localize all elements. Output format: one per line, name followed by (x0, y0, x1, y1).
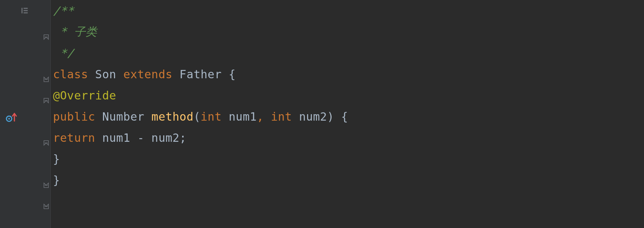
param-name: num1 (222, 110, 257, 123)
super-class-name: Father { (173, 68, 236, 81)
fold-end-icon[interactable] (43, 177, 49, 183)
code-line[interactable]: * 子类 (53, 21, 644, 42)
override-method-icon[interactable] (5, 106, 19, 127)
code-line[interactable]: /** (53, 0, 644, 21)
code-content[interactable]: /** * 子类 */ class Son extends Father { @… (51, 0, 644, 228)
javadoc-start: /** (53, 4, 74, 17)
code-line[interactable]: } (53, 169, 644, 191)
fold-collapse-icon[interactable] (43, 113, 49, 119)
return-expression: num1 - num2; (95, 131, 186, 144)
code-line[interactable]: public Number method(int num1, int num2)… (53, 106, 644, 127)
code-line[interactable]: return num1 - num2; (53, 127, 644, 148)
svg-rect-0 (22, 8, 23, 14)
paren-open: ( (193, 110, 201, 123)
code-line[interactable]: */ (53, 42, 644, 64)
gutter (0, 0, 42, 228)
keyword-extends: extends (123, 68, 173, 81)
bookmark-icon (20, 0, 32, 21)
svg-rect-2 (23, 10, 28, 11)
svg-rect-3 (23, 12, 28, 14)
svg-rect-1 (23, 8, 28, 9)
keyword-int: int (201, 110, 222, 123)
svg-point-5 (8, 118, 10, 119)
param-and-brace: num2) { (292, 110, 348, 123)
code-line[interactable]: } (53, 148, 644, 169)
comma: , (257, 110, 271, 123)
keyword-int: int (271, 110, 292, 123)
return-type: Number (95, 110, 151, 123)
fold-column (42, 0, 51, 228)
fold-end-icon[interactable] (43, 156, 49, 162)
method-name: method (151, 110, 193, 123)
fold-collapse-icon[interactable] (43, 71, 49, 77)
fold-collapse-icon[interactable] (43, 8, 49, 14)
fold-end-icon[interactable] (43, 50, 49, 56)
code-line[interactable]: class Son extends Father { (53, 64, 644, 85)
code-line[interactable]: @Override (53, 85, 644, 106)
code-editor[interactable]: /** * 子类 */ class Son extends Father { @… (0, 0, 644, 228)
